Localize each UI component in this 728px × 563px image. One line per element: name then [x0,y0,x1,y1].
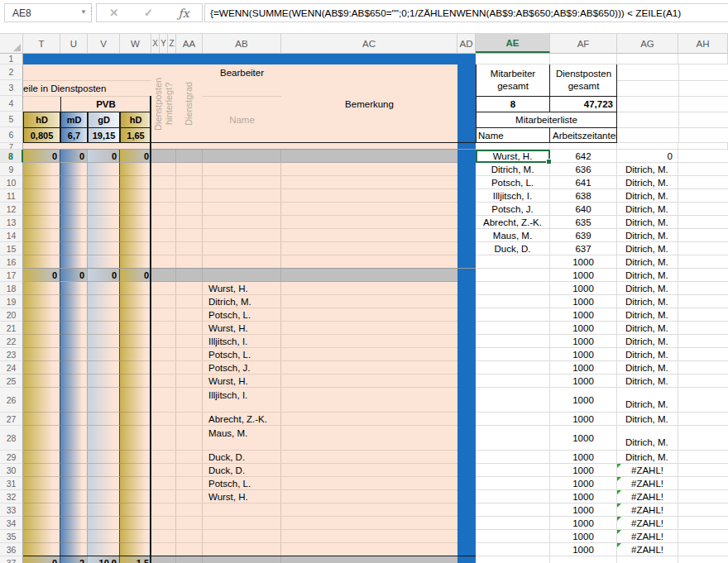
cell-U23[interactable] [60,348,88,361]
cell-T16[interactable] [23,255,60,269]
row-header-6[interactable]: 6 [0,127,23,143]
row-header-19[interactable]: 19 [0,295,23,308]
column-header-AD[interactable]: AD [457,34,476,53]
cell-U25[interactable] [60,375,88,388]
cell-W28[interactable] [120,426,151,451]
cell-W17[interactable]: 0 [120,269,151,282]
cell-AE32[interactable] [476,490,550,503]
cell-AE29[interactable] [476,451,550,464]
cell-W12[interactable] [120,203,151,216]
cell-AC35[interactable] [281,530,457,543]
cell-AA27[interactable] [176,413,203,426]
row-header-11[interactable]: 11 [0,189,23,203]
cell-AA8[interactable] [176,150,203,163]
cell-AE12[interactable]: Potsch, J. [476,203,550,216]
row-header-20[interactable]: 20 [0,308,23,322]
cell-AH24[interactable] [678,361,728,375]
cell-XYZ36[interactable] [151,543,176,556]
cell-AA28[interactable] [176,426,203,451]
cell-AE27[interactable] [476,413,550,426]
cell-XYZ22[interactable] [151,335,176,348]
cell-V14[interactable] [88,229,120,242]
cell-AA15[interactable] [176,242,203,255]
cell-T32[interactable] [23,490,60,503]
cell-U13[interactable] [60,216,88,229]
cell-V31[interactable] [88,477,120,490]
cell-AG18[interactable]: Ditrich, M. [617,282,678,295]
column-header-AG[interactable]: AG [617,34,678,53]
cell-XYZ14[interactable] [151,229,176,242]
cell-AC8[interactable] [281,150,457,163]
cell-AG37[interactable] [617,556,678,563]
enter-icon[interactable]: ✓ [144,7,153,19]
cell-AC13[interactable] [281,216,457,229]
cell-U16[interactable] [60,255,88,269]
cell-XYZ37[interactable] [151,556,176,563]
select-all-button[interactable] [0,34,23,53]
cell-XYZ25[interactable] [151,375,176,388]
cell-AF28[interactable]: 1000 [550,426,617,451]
cell-AG20[interactable]: Ditrich, M. [617,308,678,322]
cell-V17[interactable]: 0 [88,269,120,282]
cell-V32[interactable] [88,490,120,503]
cell-XYZ17[interactable] [151,269,176,282]
cell-AG11[interactable]: Ditrich, M. [617,189,678,203]
cell-AB30[interactable]: Duck, D. [203,464,281,477]
row-header-28[interactable]: 28 [0,426,23,451]
cell-AH25[interactable] [678,375,728,388]
cell-AC31[interactable] [281,477,457,490]
cell-V12[interactable] [88,203,120,216]
cell-AC11[interactable] [281,189,457,203]
cell-AC15[interactable] [281,242,457,255]
cell-W9[interactable] [120,163,151,176]
cell-U32[interactable] [60,490,88,503]
cell-AE9[interactable]: Ditrich, M. [476,163,550,176]
cell-T34[interactable] [23,517,60,530]
cell-AG21[interactable]: Ditrich, M. [617,322,678,335]
cell-AE34[interactable] [476,517,550,530]
cell-AE21[interactable] [476,322,550,335]
cell-AA11[interactable] [176,189,203,203]
cell-AF13[interactable]: 635 [550,216,617,229]
cell-AE23[interactable] [476,348,550,361]
cell-AB10[interactable] [203,176,281,189]
cell-AH23[interactable] [678,348,728,361]
cell-AB9[interactable] [203,163,281,176]
cell-V24[interactable] [88,361,120,375]
cell-AC37[interactable] [281,556,457,563]
row-header-15[interactable]: 15 [0,242,23,255]
cell-T12[interactable] [23,203,60,216]
cell-V30[interactable] [88,464,120,477]
cell-XYZ18[interactable] [151,282,176,295]
cell-V11[interactable] [88,189,120,203]
cell-T11[interactable] [23,189,60,203]
cell-AB31[interactable]: Potsch, L. [203,477,281,490]
cell-AE18[interactable] [476,282,550,295]
cell-AC19[interactable] [281,295,457,308]
cell-AA29[interactable] [176,451,203,464]
cell-AH37[interactable] [678,556,728,563]
cell-AG25[interactable]: Ditrich, M. [617,375,678,388]
cell-AF12[interactable]: 640 [550,203,617,216]
cell-AH22[interactable] [678,335,728,348]
column-header-Y[interactable]: Y [160,34,168,53]
cell-AG16[interactable]: Ditrich, M. [617,255,678,269]
cell-U24[interactable] [60,361,88,375]
cell-U19[interactable] [60,295,88,308]
cell-AH36[interactable] [678,543,728,556]
row-header-34[interactable]: 34 [0,517,23,530]
cell-U22[interactable] [60,335,88,348]
column-header-AF[interactable]: AF [550,34,617,53]
row-header-33[interactable]: 33 [0,503,23,517]
cell-U21[interactable] [60,322,88,335]
cell-AF9[interactable]: 636 [550,163,617,176]
cell-AF7[interactable] [550,143,617,150]
cell-T18[interactable] [23,282,60,295]
cell-AC9[interactable] [281,163,457,176]
cell-U8[interactable]: 0 [60,150,88,163]
cell-W14[interactable] [120,229,151,242]
cell-AF25[interactable]: 1000 [550,375,617,388]
cell-AB22[interactable]: Illjitsch, I. [203,335,281,348]
cell-AH32[interactable] [678,490,728,503]
cell-AE16[interactable] [476,255,550,269]
